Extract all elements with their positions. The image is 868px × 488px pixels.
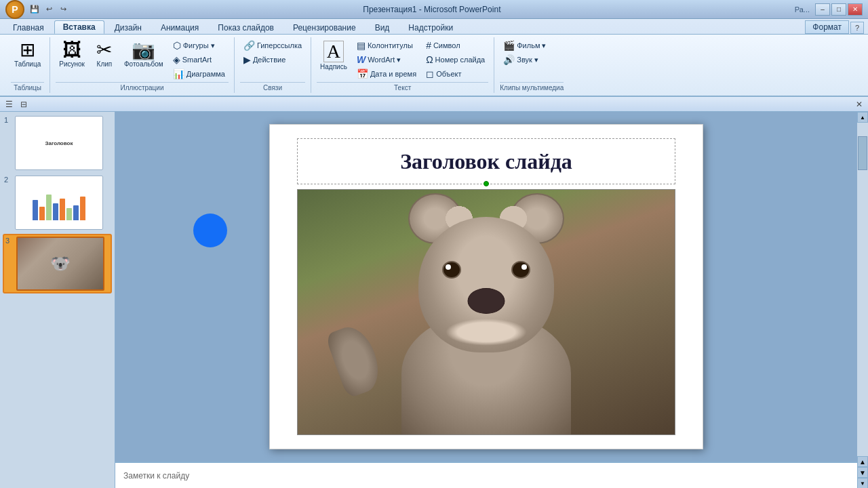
table-icon: ⊞	[20, 41, 35, 60]
chart-icon: 📊	[173, 68, 184, 79]
wordart-button[interactable]: W WordArt ▾	[353, 53, 420, 66]
clip-button[interactable]: ✂ Клип	[91, 39, 118, 70]
movie-icon: 🎬	[503, 40, 515, 51]
date-button[interactable]: 📅 Дата и время	[353, 67, 420, 81]
shapes-label: Фигуры	[183, 41, 209, 49]
header-footer-button[interactable]: ▤ Колонтитулы	[353, 39, 420, 52]
close-button[interactable]: ✕	[848, 3, 863, 16]
panel-close-btn[interactable]: ✕	[853, 98, 865, 110]
slide-item-2[interactable]: 2	[3, 174, 112, 231]
right-scrollbar: ▲ ▲ ▼ ▼	[857, 112, 868, 488]
tab-animation[interactable]: Анимация	[152, 20, 208, 34]
slide-thumb-2[interactable]	[15, 176, 103, 230]
action-label: Действие	[253, 56, 285, 64]
notes-area[interactable]: Заметки к слайду	[115, 462, 857, 488]
slide-number-button[interactable]: # Символ	[422, 39, 488, 52]
hyperlink-button[interactable]: 🔗 Гиперссылка	[240, 39, 305, 52]
smartart-button[interactable]: ◈ SmartArt	[170, 53, 229, 66]
slide-image-box[interactable]	[297, 189, 675, 435]
slide-number-3: 3	[5, 237, 14, 245]
scroll-nav-up[interactable]: ▲	[857, 456, 868, 467]
slide-item-3[interactable]: 3 🐨	[3, 234, 112, 293]
scroll-nav-down[interactable]: ▼	[857, 467, 868, 478]
slide-thumb-1[interactable]: Заголовок	[15, 116, 103, 170]
smartart-icon: ◈	[173, 54, 180, 65]
clip-icon: ✂	[96, 41, 112, 60]
panel-slides-btn[interactable]: ⊟	[18, 98, 30, 110]
photoalbum-icon: 📷	[132, 41, 155, 60]
object-icon: ◻	[426, 68, 434, 79]
title-handle-bottom	[484, 181, 489, 186]
tab-view[interactable]: Вид	[366, 20, 399, 34]
chart-bar-4	[60, 199, 65, 220]
scroll-up-btn[interactable]: ▲	[857, 112, 868, 123]
slide-item-1[interactable]: 1 Заголовок	[3, 115, 112, 171]
tab-insert[interactable]: Вставка	[54, 20, 104, 34]
picture-button[interactable]: 🖼 Рисунок	[56, 39, 88, 70]
chart-bar-7	[80, 197, 85, 220]
slide-title-box[interactable]: Заголовок слайда	[297, 138, 675, 184]
eye-shine-r	[521, 264, 527, 270]
pa-label: Ра...	[795, 5, 810, 14]
koala-left-eye	[442, 261, 461, 279]
movie-button[interactable]: 🎬 Фильм ▾	[500, 39, 549, 52]
sound-icon: 🔊	[503, 54, 515, 65]
slide-number-2: 2	[4, 176, 12, 184]
panel-outline-btn[interactable]: ☰	[3, 98, 15, 110]
redo-quick-btn[interactable]: ↪	[57, 3, 69, 16]
tab-slideshow[interactable]: Показ слайдов	[209, 20, 283, 34]
photoalbum-button[interactable]: 📷 Фотоальбом	[121, 39, 167, 70]
movie-label: Фильм	[517, 41, 540, 49]
text-group-label: Текст	[317, 82, 488, 92]
tab-addins[interactable]: Надстройки	[399, 20, 462, 34]
help-button[interactable]: ?	[850, 22, 864, 34]
window-title: Презентация1 - Microsoft PowerPoint	[69, 5, 795, 14]
minimize-button[interactable]: –	[815, 3, 830, 16]
table-button[interactable]: ⊞ Таблица	[11, 39, 44, 70]
office-button[interactable]: P	[5, 0, 24, 19]
save-quick-btn[interactable]: 💾	[28, 3, 41, 16]
tables-group-label: Таблицы	[11, 82, 44, 92]
scroll-thumb[interactable]	[858, 136, 867, 170]
hyperlink-label: Гиперссылка	[257, 41, 302, 49]
chart-bar-0	[33, 200, 38, 220]
chart-bar-3	[53, 203, 58, 220]
notes-text: Заметки к слайду	[123, 471, 189, 481]
media-items: 🎬 Фильм ▾ 🔊 Звук ▾	[500, 39, 549, 81]
textbox-label: Надпись	[320, 63, 347, 70]
object-button[interactable]: ◻ Объект	[422, 67, 488, 81]
photoalbum-label: Фотоальбом	[124, 60, 163, 68]
text-col1: ▤ Колонтитулы W WordArt ▾ 📅 Дата и время	[353, 39, 420, 81]
symbol-label: Номер слайда	[435, 56, 486, 64]
chart-button[interactable]: 📊 Диаграмма	[170, 67, 229, 81]
illustrations-group-label: Иллюстрации	[56, 82, 229, 92]
tab-review[interactable]: Рецензирование	[284, 20, 365, 34]
ribbon-group-links: 🔗 Гиперссылка ▶ Действие Связи	[235, 37, 311, 93]
undo-quick-btn[interactable]: ↩	[43, 3, 55, 16]
scroll-track[interactable]	[857, 123, 868, 456]
slide-thumb-3[interactable]: 🐨	[16, 237, 104, 291]
koala-image	[298, 190, 675, 434]
action-button[interactable]: ▶ Действие	[240, 53, 305, 66]
table-label: Таблица	[14, 60, 41, 68]
symbol-button[interactable]: Ω Номер слайда	[422, 53, 488, 66]
sound-button[interactable]: 🔊 Звук ▾	[500, 53, 549, 66]
text-col2: # Символ Ω Номер слайда ◻ Объект	[422, 39, 488, 81]
tab-format[interactable]: Формат	[805, 20, 849, 34]
slide-number-icon: #	[426, 40, 431, 51]
ribbon-content: ⊞ Таблица Таблицы 🖼 Рисунок ✂ Клип 📷 Ф	[0, 34, 868, 96]
textbox-icon: A	[323, 41, 344, 62]
tab-home[interactable]: Главная	[4, 20, 53, 34]
date-icon: 📅	[357, 68, 368, 79]
shapes-icon: ⬡	[173, 40, 181, 51]
textbox-button[interactable]: A Надпись	[317, 39, 351, 73]
scroll-down-btn[interactable]: ▼	[857, 478, 868, 488]
eye-shine-l	[446, 264, 451, 270]
wordart-icon: W	[357, 54, 366, 65]
slide-canvas-area: Заголовок слайда	[115, 112, 857, 462]
shapes-button[interactable]: ⬡ Фигуры ▾	[170, 39, 229, 52]
tab-design[interactable]: Дизайн	[106, 20, 151, 34]
koala-nose	[468, 288, 505, 314]
slide-canvas[interactable]: Заголовок слайда	[269, 124, 703, 449]
maximize-button[interactable]: □	[831, 3, 846, 16]
